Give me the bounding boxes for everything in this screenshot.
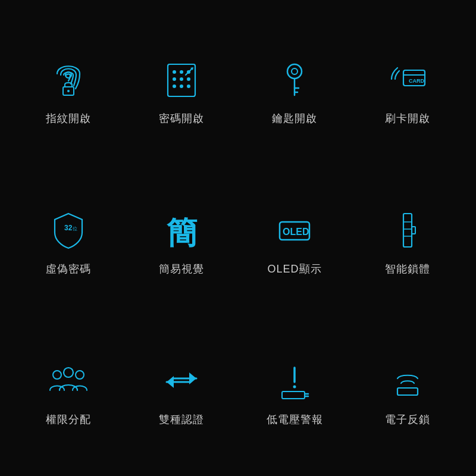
svg-text:32: 32	[64, 224, 73, 232]
people-icon	[45, 356, 92, 404]
svg-point-31	[53, 371, 61, 379]
feature-fake-password: 32 位 虛偽密碼	[39, 194, 98, 282]
svg-point-4	[173, 70, 176, 74]
e-lock-icon	[384, 356, 431, 404]
svg-point-2	[67, 90, 70, 92]
e-lock-label: 電子反鎖	[385, 412, 430, 427]
feature-simple-view: 簡 簡易視覺	[152, 194, 211, 282]
svg-rect-40	[282, 392, 305, 399]
oled-icon: OLED	[271, 206, 318, 253]
svg-point-8	[180, 77, 183, 81]
svg-point-10	[173, 84, 176, 88]
battery-alert-icon	[271, 356, 318, 404]
jian-icon: 簡	[158, 206, 205, 253]
svg-text:CARD: CARD	[409, 78, 424, 84]
feature-card: CARD 刷卡開啟	[378, 43, 437, 131]
svg-rect-26	[403, 214, 412, 247]
feature-permission: 權限分配	[39, 345, 98, 433]
svg-text:位: 位	[73, 226, 77, 231]
oled-label: OLED顯示	[267, 262, 321, 276]
fake-password-label: 虛偽密碼	[46, 262, 91, 276]
shield32-icon: 32 位	[45, 206, 92, 253]
svg-point-11	[180, 84, 183, 88]
svg-point-5	[180, 70, 183, 74]
card-label: 刷卡開啟	[385, 111, 430, 126]
low-battery-label: 低電壓警報	[267, 412, 323, 427]
feature-e-lock: 電子反鎖	[378, 345, 437, 433]
card-icon: CARD	[384, 55, 431, 103]
svg-text:OLED: OLED	[283, 227, 309, 237]
svg-point-14	[292, 68, 298, 74]
feature-dual-auth: 雙種認證	[152, 345, 211, 433]
keypad-icon	[158, 55, 205, 103]
feature-smart-lock: 智能鎖體	[378, 194, 437, 282]
svg-point-7	[173, 77, 176, 81]
key-icon	[271, 55, 318, 103]
fingerprint-icon	[45, 55, 92, 103]
row-3: 權限分配 雙種認證	[12, 314, 464, 464]
svg-rect-30	[412, 227, 415, 234]
feature-password: 密碼開啟	[152, 43, 211, 131]
svg-point-13	[287, 64, 302, 79]
svg-rect-43	[397, 388, 418, 395]
feature-fingerprint: 指紋開啟	[39, 43, 98, 131]
key-label: 鑰匙開啟	[272, 111, 317, 126]
features-grid: 指紋開啟	[12, 12, 464, 464]
fingerprint-label: 指紋開啟	[46, 111, 91, 126]
feature-key: 鑰匙開啟	[265, 43, 324, 131]
password-label: 密碼開啟	[159, 111, 204, 126]
feature-oled: OLED OLED顯示	[261, 194, 327, 282]
svg-point-33	[64, 368, 73, 377]
row-1: 指紋開啟	[12, 12, 464, 162]
svg-point-9	[187, 77, 190, 81]
feature-low-battery: 低電壓警報	[261, 345, 329, 433]
permission-label: 權限分配	[46, 412, 91, 427]
svg-text:簡: 簡	[167, 215, 198, 250]
row-2: 32 位 虛偽密碼 簡 簡易視覺 OLED OLED顯示	[12, 162, 464, 313]
arrows-icon	[158, 356, 205, 404]
dual-auth-label: 雙種認證	[159, 412, 204, 427]
simple-view-label: 簡易視覺	[159, 262, 204, 276]
svg-point-12	[187, 84, 190, 88]
svg-point-32	[76, 371, 84, 379]
svg-point-39	[293, 386, 296, 389]
smart-lock-label: 智能鎖體	[385, 262, 430, 276]
lock-body-icon	[384, 206, 431, 253]
